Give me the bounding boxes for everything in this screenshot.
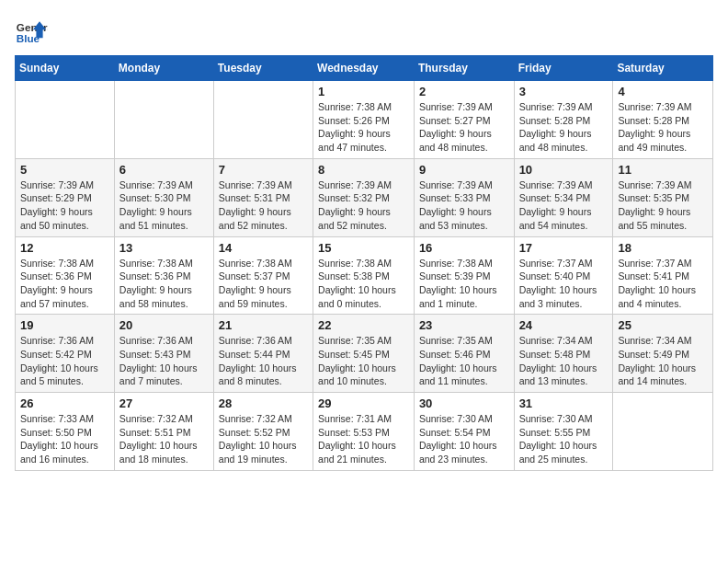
calendar-week-row: 19Sunrise: 7:36 AM Sunset: 5:42 PM Dayli… <box>16 315 713 393</box>
day-info: Sunrise: 7:39 AM Sunset: 5:33 PM Dayligh… <box>419 178 509 233</box>
weekday-header-thursday: Thursday <box>414 56 514 81</box>
day-info: Sunrise: 7:34 AM Sunset: 5:49 PM Dayligh… <box>618 334 708 388</box>
day-info: Sunrise: 7:39 AM Sunset: 5:30 PM Dayligh… <box>119 178 209 233</box>
day-info: Sunrise: 7:38 AM Sunset: 5:37 PM Dayligh… <box>219 257 308 311</box>
day-number: 15 <box>318 241 409 255</box>
calendar-cell: 27Sunrise: 7:32 AM Sunset: 5:51 PM Dayli… <box>114 393 213 471</box>
day-info: Sunrise: 7:39 AM Sunset: 5:28 PM Dayligh… <box>618 100 708 155</box>
day-info: Sunrise: 7:36 AM Sunset: 5:42 PM Dayligh… <box>20 334 109 388</box>
calendar-cell: 21Sunrise: 7:36 AM Sunset: 5:44 PM Dayli… <box>213 315 313 393</box>
calendar-cell: 22Sunrise: 7:35 AM Sunset: 5:45 PM Dayli… <box>313 315 415 393</box>
day-info: Sunrise: 7:31 AM Sunset: 5:53 PM Dayligh… <box>318 412 409 466</box>
day-number: 8 <box>318 163 409 177</box>
calendar-cell: 17Sunrise: 7:37 AM Sunset: 5:40 PM Dayli… <box>514 236 613 315</box>
calendar-cell: 9Sunrise: 7:39 AM Sunset: 5:33 PM Daylig… <box>414 158 514 236</box>
calendar-cell: 2Sunrise: 7:39 AM Sunset: 5:27 PM Daylig… <box>414 81 514 159</box>
day-number: 25 <box>618 318 708 332</box>
day-number: 5 <box>20 163 109 177</box>
day-info: Sunrise: 7:32 AM Sunset: 5:52 PM Dayligh… <box>219 412 308 466</box>
day-info: Sunrise: 7:34 AM Sunset: 5:48 PM Dayligh… <box>519 334 609 388</box>
weekday-header-friday: Friday <box>514 56 613 81</box>
logo: General Blue <box>15 15 48 48</box>
day-info: Sunrise: 7:35 AM Sunset: 5:45 PM Dayligh… <box>318 334 409 388</box>
calendar-cell: 20Sunrise: 7:36 AM Sunset: 5:43 PM Dayli… <box>114 315 213 393</box>
calendar-cell: 26Sunrise: 7:33 AM Sunset: 5:50 PM Dayli… <box>16 393 115 471</box>
day-number: 17 <box>519 241 609 255</box>
calendar-week-row: 1Sunrise: 7:38 AM Sunset: 5:26 PM Daylig… <box>16 81 713 159</box>
day-info: Sunrise: 7:30 AM Sunset: 5:55 PM Dayligh… <box>519 412 609 466</box>
day-number: 28 <box>219 396 308 410</box>
day-number: 18 <box>618 241 708 255</box>
day-number: 21 <box>219 318 308 332</box>
day-number: 19 <box>20 318 109 332</box>
calendar-cell: 31Sunrise: 7:30 AM Sunset: 5:55 PM Dayli… <box>514 393 613 471</box>
calendar-cell: 30Sunrise: 7:30 AM Sunset: 5:54 PM Dayli… <box>414 393 514 471</box>
weekday-header-row: SundayMondayTuesdayWednesdayThursdayFrid… <box>16 56 713 81</box>
day-number: 10 <box>519 163 609 177</box>
day-number: 14 <box>219 241 308 255</box>
day-number: 9 <box>419 163 509 177</box>
day-info: Sunrise: 7:39 AM Sunset: 5:31 PM Dayligh… <box>219 178 308 233</box>
page-header: General Blue <box>15 15 713 48</box>
calendar-cell: 3Sunrise: 7:39 AM Sunset: 5:28 PM Daylig… <box>514 81 613 159</box>
day-number: 26 <box>20 396 109 410</box>
calendar-table: SundayMondayTuesdayWednesdayThursdayFrid… <box>15 55 713 471</box>
day-number: 16 <box>419 241 509 255</box>
day-info: Sunrise: 7:38 AM Sunset: 5:26 PM Dayligh… <box>318 100 409 155</box>
day-info: Sunrise: 7:39 AM Sunset: 5:32 PM Dayligh… <box>318 178 409 233</box>
day-number: 6 <box>119 163 209 177</box>
weekday-header-tuesday: Tuesday <box>213 56 313 81</box>
weekday-header-saturday: Saturday <box>613 56 713 81</box>
day-number: 2 <box>419 85 509 98</box>
day-number: 4 <box>618 85 708 98</box>
day-info: Sunrise: 7:38 AM Sunset: 5:39 PM Dayligh… <box>419 257 509 311</box>
calendar-cell: 1Sunrise: 7:38 AM Sunset: 5:26 PM Daylig… <box>313 81 415 159</box>
day-number: 7 <box>219 163 308 177</box>
day-number: 13 <box>119 241 209 255</box>
calendar-cell <box>16 81 115 159</box>
day-number: 20 <box>119 318 209 332</box>
day-info: Sunrise: 7:33 AM Sunset: 5:50 PM Dayligh… <box>20 412 109 466</box>
calendar-cell <box>613 393 713 471</box>
calendar-cell: 4Sunrise: 7:39 AM Sunset: 5:28 PM Daylig… <box>613 81 713 159</box>
weekday-header-sunday: Sunday <box>16 56 115 81</box>
day-number: 22 <box>318 318 409 332</box>
calendar-cell <box>114 81 213 159</box>
calendar-cell: 28Sunrise: 7:32 AM Sunset: 5:52 PM Dayli… <box>213 393 313 471</box>
day-info: Sunrise: 7:39 AM Sunset: 5:28 PM Dayligh… <box>519 100 609 155</box>
calendar-cell: 10Sunrise: 7:39 AM Sunset: 5:34 PM Dayli… <box>514 158 613 236</box>
calendar-cell: 18Sunrise: 7:37 AM Sunset: 5:41 PM Dayli… <box>613 236 713 315</box>
day-number: 11 <box>618 163 708 177</box>
day-info: Sunrise: 7:38 AM Sunset: 5:38 PM Dayligh… <box>318 257 409 311</box>
calendar-cell: 15Sunrise: 7:38 AM Sunset: 5:38 PM Dayli… <box>313 236 415 315</box>
calendar-cell: 8Sunrise: 7:39 AM Sunset: 5:32 PM Daylig… <box>313 158 415 236</box>
day-number: 3 <box>519 85 609 98</box>
day-number: 27 <box>119 396 209 410</box>
calendar-cell: 5Sunrise: 7:39 AM Sunset: 5:29 PM Daylig… <box>16 158 115 236</box>
day-number: 31 <box>519 396 609 410</box>
weekday-header-monday: Monday <box>114 56 213 81</box>
day-info: Sunrise: 7:37 AM Sunset: 5:40 PM Dayligh… <box>519 257 609 311</box>
day-info: Sunrise: 7:39 AM Sunset: 5:29 PM Dayligh… <box>20 178 109 233</box>
calendar-cell: 19Sunrise: 7:36 AM Sunset: 5:42 PM Dayli… <box>16 315 115 393</box>
calendar-cell: 6Sunrise: 7:39 AM Sunset: 5:30 PM Daylig… <box>114 158 213 236</box>
calendar-cell: 11Sunrise: 7:39 AM Sunset: 5:35 PM Dayli… <box>613 158 713 236</box>
day-info: Sunrise: 7:39 AM Sunset: 5:35 PM Dayligh… <box>618 178 708 233</box>
day-info: Sunrise: 7:39 AM Sunset: 5:27 PM Dayligh… <box>419 100 509 155</box>
day-number: 1 <box>318 85 409 98</box>
day-number: 23 <box>419 318 509 332</box>
day-info: Sunrise: 7:35 AM Sunset: 5:46 PM Dayligh… <box>419 334 509 388</box>
day-info: Sunrise: 7:37 AM Sunset: 5:41 PM Dayligh… <box>618 257 708 311</box>
calendar-cell: 24Sunrise: 7:34 AM Sunset: 5:48 PM Dayli… <box>514 315 613 393</box>
calendar-cell: 16Sunrise: 7:38 AM Sunset: 5:39 PM Dayli… <box>414 236 514 315</box>
day-number: 12 <box>20 241 109 255</box>
calendar-cell: 12Sunrise: 7:38 AM Sunset: 5:36 PM Dayli… <box>16 236 115 315</box>
day-info: Sunrise: 7:36 AM Sunset: 5:43 PM Dayligh… <box>119 334 209 388</box>
day-info: Sunrise: 7:32 AM Sunset: 5:51 PM Dayligh… <box>119 412 209 466</box>
calendar-week-row: 12Sunrise: 7:38 AM Sunset: 5:36 PM Dayli… <box>16 236 713 315</box>
calendar-cell: 13Sunrise: 7:38 AM Sunset: 5:36 PM Dayli… <box>114 236 213 315</box>
day-info: Sunrise: 7:38 AM Sunset: 5:36 PM Dayligh… <box>119 257 209 311</box>
day-number: 24 <box>519 318 609 332</box>
day-number: 29 <box>318 396 409 410</box>
calendar-cell: 25Sunrise: 7:34 AM Sunset: 5:49 PM Dayli… <box>613 315 713 393</box>
